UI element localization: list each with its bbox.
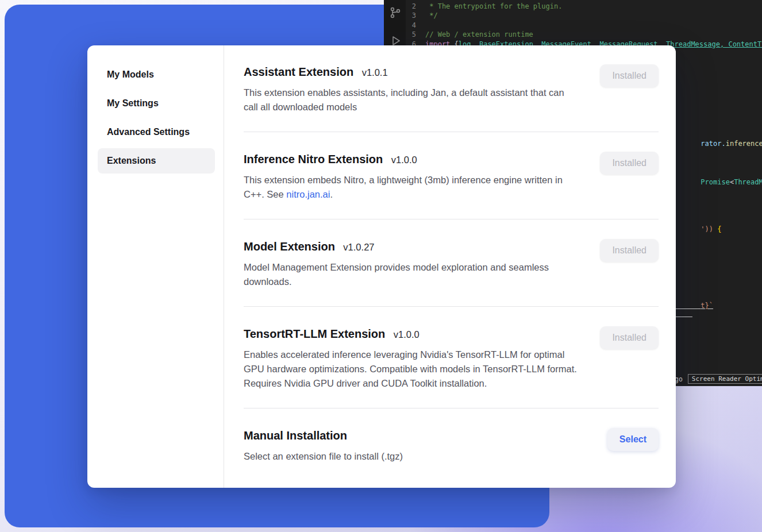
extension-version: v1.0.27 [343,242,374,252]
extension-row-tensorrt: TensortRT-LLM Extension v1.0.0 Enables a… [244,306,659,408]
code-area: 2 * The entrypoint for the plugin. 3 */ … [406,2,762,49]
installed-button[interactable]: Installed [600,152,659,175]
code-line: 5 // Web / extension runtime [406,30,762,39]
code-token: ThreadMessage [734,178,762,186]
settings-sidebar: My Models My Settings Advanced Settings … [87,45,224,488]
extension-heading: Inference Nitro Extension v1.0.0 [244,152,577,168]
code-token: t}` [701,302,713,310]
code-fragment: rator.inference(data)); [676,132,762,156]
code-fragment: Promise<ThreadMessage> [676,170,762,194]
code-token: inference [726,140,762,148]
extension-name: Assistant Extension [244,65,353,78]
code-fragment: ')) { [676,217,722,241]
code-text: * The entrypoint for the plugin. [425,2,562,11]
code-token: Promise [701,178,730,186]
code-line: 4 [406,21,762,30]
status-text: go [675,375,683,383]
extension-info: Model Extension v1.0.27 Model Management… [244,239,577,289]
code-text: */ [425,11,438,20]
sidebar-item-my-models[interactable]: My Models [98,62,215,87]
code-text: // Web / extension runtime [425,30,533,39]
code-token: { [713,225,721,233]
extension-description: This extension enables assistants, inclu… [244,86,577,114]
line-number: 2 [406,2,425,11]
extension-row-assistant: Assistant Extension v1.0.1 This extensio… [244,64,659,132]
code-line: 2 * The entrypoint for the plugin. [406,2,762,11]
extension-row-model: Model Extension v1.0.27 Model Management… [244,219,659,306]
screen-reader-badge: Screen Reader Optimized [688,374,762,384]
code-line: 3 */ [406,11,762,20]
installed-button[interactable]: Installed [600,239,659,262]
line-number: 5 [406,30,425,39]
manual-installation-description: Select an extension file to install (.tg… [244,449,403,464]
extension-version: v1.0.1 [362,67,388,78]
line-number: 4 [406,21,425,30]
extension-row-nitro: Inference Nitro Extension v1.0.0 This ex… [244,132,659,219]
line-number: 3 [406,11,425,20]
extension-description: Model Management Extension provides mode… [244,260,577,289]
extension-info: TensortRT-LLM Extension v1.0.0 Enables a… [244,326,577,391]
installed-button[interactable]: Installed [600,326,659,349]
sidebar-item-advanced-settings[interactable]: Advanced Settings [98,119,215,145]
manual-installation-row: Manual Installation Select an extension … [244,408,659,481]
extension-description: This extension embeds Nitro, a lightweig… [244,173,577,202]
extension-info: Manual Installation Select an extension … [244,428,403,464]
extension-name: Inference Nitro Extension [244,153,383,165]
code-token: ')) [701,225,713,233]
extension-info: Assistant Extension v1.0.1 This extensio… [244,64,577,114]
extension-heading: TensortRT-LLM Extension v1.0.0 [244,326,577,342]
extension-version: v1.0.0 [394,329,420,340]
extension-name: Model Extension [244,240,335,253]
manual-installation-title: Manual Installation [244,429,347,442]
extension-info: Inference Nitro Extension v1.0.0 This ex… [244,152,577,202]
nitro-jan-ai-link[interactable]: nitro.jan.ai [286,189,330,199]
source-control-icon[interactable] [388,6,402,20]
extension-heading: Assistant Extension v1.0.1 [244,64,577,80]
extension-heading: Model Extension v1.0.27 [244,239,577,255]
extension-description: Enables accelerated inference leveraging… [244,348,577,391]
settings-card: My Models My Settings Advanced Settings … [87,45,676,488]
code-fragment: t}` [676,294,713,318]
installed-button[interactable]: Installed [600,64,659,87]
description-text: . [330,189,333,199]
editor-status-area: go Screen Reader Optimized [675,374,762,384]
sidebar-item-my-settings[interactable]: My Settings [98,91,215,116]
extension-heading: Manual Installation [244,428,403,444]
extensions-panel: Assistant Extension v1.0.1 This extensio… [224,45,676,488]
select-file-button[interactable]: Select [607,428,659,451]
code-token: rator. [701,140,725,148]
sidebar-item-extensions[interactable]: Extensions [98,148,215,174]
extension-version: v1.0.0 [391,155,417,165]
desktop-background: 2 * The entrypoint for the plugin. 3 */ … [0,0,762,532]
extension-name: TensortRT-LLM Extension [244,327,385,340]
